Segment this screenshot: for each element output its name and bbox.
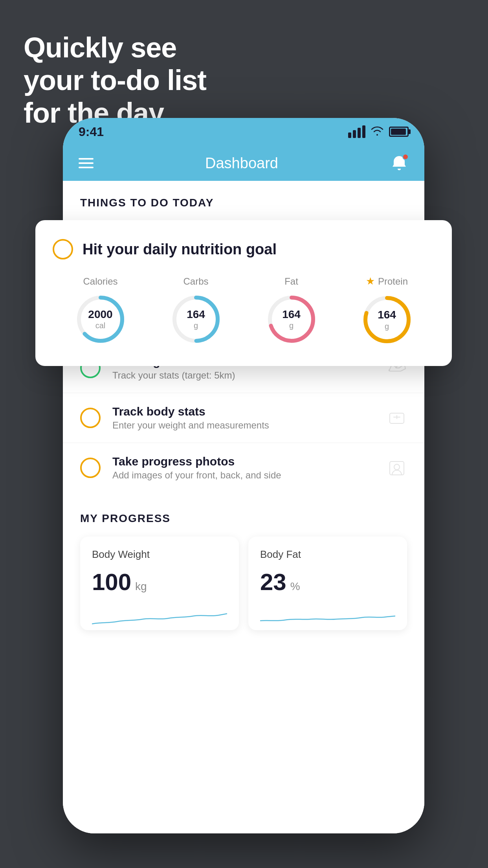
wifi-icon: [370, 125, 384, 138]
calories-unit: cal: [88, 321, 112, 330]
body-weight-sparkline: [92, 605, 227, 629]
progress-section: MY PROGRESS Body Weight 100 kg Body Fat: [63, 493, 424, 642]
body-fat-value: 23: [260, 568, 286, 596]
fat-value: 164: [282, 308, 301, 321]
star-icon: ★: [366, 275, 375, 287]
todo-title-track-body: Track body stats: [112, 405, 375, 418]
body-weight-title: Body Weight: [92, 548, 227, 561]
todo-sub-track-body: Enter your weight and measurements: [112, 420, 375, 431]
protein-label: ★ Protein: [366, 275, 408, 287]
body-fat-unit: %: [290, 580, 300, 593]
status-bar: 9:41: [63, 118, 424, 145]
fat-label: Fat: [284, 276, 298, 287]
nav-bar: Dashboard: [63, 145, 424, 181]
todo-title-photos: Take progress photos: [112, 455, 375, 468]
todo-radio-photos[interactable]: [80, 458, 101, 478]
svg-rect-1: [390, 462, 404, 475]
hero-line1: Quickly see: [24, 31, 206, 64]
scale-icon: [387, 408, 407, 428]
menu-button[interactable]: [79, 158, 94, 168]
todo-sub-running: Track your stats (target: 5km): [112, 370, 375, 381]
fat-unit: g: [282, 321, 301, 330]
protein-unit: g: [378, 322, 396, 331]
battery-icon: [389, 127, 409, 137]
notification-dot: [402, 154, 409, 160]
status-time: 9:41: [79, 125, 104, 139]
calories-label: Calories: [83, 276, 117, 287]
protein-donut: 164 g: [360, 292, 415, 347]
calories-donut: 2000 cal: [73, 292, 128, 347]
things-to-do-heading: THINGS TO DO TODAY: [63, 181, 424, 217]
protein-value: 164: [378, 308, 396, 322]
body-fat-card: Body Fat 23 %: [248, 537, 407, 630]
body-fat-title: Body Fat: [260, 548, 395, 561]
stat-protein: ★ Protein 164 g: [360, 275, 415, 347]
todo-sub-photos: Add images of your front, back, and side: [112, 470, 375, 481]
carbs-unit: g: [187, 321, 205, 330]
progress-heading: MY PROGRESS: [80, 512, 407, 525]
body-weight-value: 100: [92, 568, 131, 596]
body-fat-sparkline: [260, 605, 395, 629]
nutrition-card-title: Hit your daily nutrition goal: [83, 241, 277, 258]
fat-donut: 164 g: [264, 292, 319, 347]
signal-icon: [348, 125, 365, 138]
nutrition-stats: Calories 2000 cal Carbs: [53, 275, 435, 347]
status-icons: [348, 125, 409, 138]
nutrition-card: Hit your daily nutrition goal Calories 2…: [35, 220, 452, 366]
stat-fat: Fat 164 g: [264, 276, 319, 347]
nutrition-radio[interactable]: [53, 239, 73, 259]
nav-title: Dashboard: [205, 155, 278, 172]
hero-line2: your to-do list: [24, 64, 206, 97]
todo-radio-track-body[interactable]: [80, 408, 101, 428]
body-weight-card: Body Weight 100 kg: [80, 537, 239, 630]
person-icon: [387, 458, 407, 478]
hero-text: Quickly see your to-do list for the day.: [24, 31, 206, 129]
calories-value: 2000: [88, 308, 112, 321]
carbs-value: 164: [187, 308, 205, 321]
stat-calories: Calories 2000 cal: [73, 276, 128, 347]
todo-item-track-body[interactable]: Track body stats Enter your weight and m…: [63, 393, 424, 443]
carbs-donut: 164 g: [169, 292, 224, 347]
body-weight-unit: kg: [135, 580, 147, 593]
progress-cards: Body Weight 100 kg Body Fat 23 %: [80, 537, 407, 630]
carbs-label: Carbs: [183, 276, 208, 287]
todo-item-photos[interactable]: Take progress photos Add images of your …: [63, 443, 424, 493]
stat-carbs: Carbs 164 g: [169, 276, 224, 347]
notification-button[interactable]: [390, 154, 409, 173]
svg-point-2: [394, 464, 400, 470]
